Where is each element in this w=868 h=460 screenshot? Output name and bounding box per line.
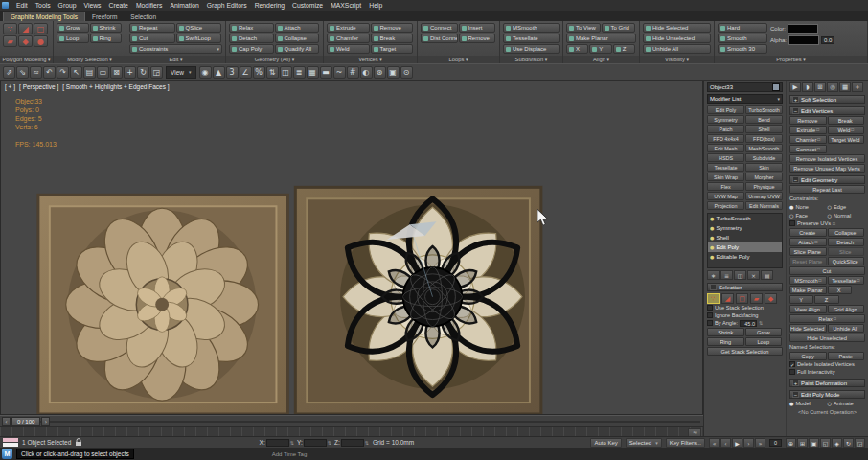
edit-geometry-button[interactable]: Slice Plane	[789, 247, 827, 256]
selection-rollout-header[interactable]: − Selection	[707, 283, 783, 291]
maximize-viewport-icon[interactable]: ◲	[855, 438, 865, 448]
coordinate-field[interactable]: X: ⇅	[260, 439, 294, 447]
pin-stack-icon[interactable]: ∗	[707, 270, 720, 280]
animate-mode-radio[interactable]: ○Animate	[828, 400, 865, 407]
edit-geometry-button[interactable]: View Align	[789, 305, 827, 313]
edge-mode-icon[interactable]: ◢	[18, 23, 33, 34]
ribbon-tab[interactable]: Graphite Modeling Tools	[3, 12, 85, 21]
edit-vertices-button[interactable]: Weld□	[828, 126, 865, 134]
preserve-uvs-checkbox[interactable]: Preserve UVs □	[789, 219, 865, 227]
named-selection-button[interactable]: Copy	[789, 352, 827, 360]
edit-geometry-button[interactable]: Hide Selected	[789, 324, 827, 333]
max-app-badge[interactable]: M	[2, 448, 12, 459]
border-subobject-icon[interactable]: □	[736, 293, 748, 304]
ribbon-button[interactable]: Chamfer	[327, 34, 370, 43]
soft-selection-rollout-header[interactable]: + Soft Selection	[789, 95, 865, 104]
select-object-icon[interactable]: ↖	[70, 66, 82, 79]
time-slider[interactable]: ‹ 0 / 100 ›	[0, 415, 703, 426]
spinner-snap-icon[interactable]: ⇅	[266, 66, 279, 79]
rollout-toggle-icon[interactable]: +	[792, 96, 799, 103]
ribbon-panel-title[interactable]: Visibility	[640, 56, 714, 63]
selection-button[interactable]: Loop	[745, 337, 783, 346]
settings-box-icon[interactable]: □	[814, 240, 817, 244]
select-by-name-icon[interactable]: ▤	[83, 66, 96, 79]
ribbon-button[interactable]: Ring	[90, 34, 123, 43]
modifier-stack-item[interactable]: Editable Poly	[708, 252, 782, 262]
next-frame-nub[interactable]: ›	[41, 417, 50, 426]
modifier-stack-item[interactable]: Symmetry	[708, 223, 782, 233]
modifier-button[interactable]: HSDS	[707, 153, 744, 162]
ribbon-button[interactable]: Smooth 30	[718, 44, 767, 54]
edit-vertices-button[interactable]: Target Weld	[828, 135, 865, 144]
edit-geometry-button[interactable]: Make Planar	[789, 286, 827, 294]
border-mode-icon[interactable]: □	[34, 23, 48, 34]
edit-geometry-button[interactable]: Attach□	[789, 238, 827, 246]
edit-poly-mode-header[interactable]: − Edit Poly Mode	[789, 390, 865, 399]
ribbon-button[interactable]: Quadify All	[275, 44, 320, 54]
object-name-field[interactable]: Object33	[707, 82, 783, 92]
menu-item[interactable]: Create	[105, 2, 132, 9]
curve-editor-icon[interactable]: ~	[333, 66, 346, 79]
zoom-extents-icon[interactable]: ▣	[809, 438, 819, 448]
selection-button[interactable]: Get Stack Selection	[707, 347, 783, 356]
modifier-button[interactable]: FFD 4x4x4	[707, 134, 744, 143]
go-to-end-icon[interactable]: »	[755, 438, 765, 448]
ribbon-button[interactable]: Target	[371, 44, 414, 54]
ribbon-button[interactable]: QSlice	[176, 23, 222, 33]
modifier-stack-item[interactable]: Shell	[708, 233, 782, 242]
rollout-toggle-icon[interactable]: +	[792, 380, 799, 386]
edit-vertices-button[interactable]: Connect□	[789, 145, 827, 153]
ribbon-button[interactable]: Relax	[229, 23, 274, 33]
menu-item[interactable]: Edit	[12, 2, 32, 9]
ribbon-button[interactable]: Cut	[129, 34, 175, 43]
redo-icon[interactable]: ↷	[57, 66, 69, 79]
perspective-viewport[interactable]: [ + ] [ Perspective ] [ Smooth + Highlig…	[0, 80, 703, 415]
ribbon-button[interactable]: Constraints	[129, 44, 222, 54]
ribbon-panel-title[interactable]: Polygon Modeling	[0, 56, 53, 63]
ribbon-toggle-icon[interactable]: ▬	[320, 66, 332, 79]
ribbon-button[interactable]: To Grid	[602, 23, 636, 33]
go-to-start-icon[interactable]: «	[709, 438, 720, 448]
ribbon-button[interactable]: Collapse	[275, 34, 320, 43]
menu-item[interactable]: Help	[365, 2, 386, 9]
settings-box-icon[interactable]: □	[817, 147, 820, 151]
constraint-radio[interactable]: ○Normal	[828, 212, 865, 219]
model-mode-radio[interactable]: ●Model	[789, 400, 827, 407]
ribbon-panel-title[interactable]: Loops	[418, 56, 499, 63]
play-icon[interactable]: ▶	[732, 438, 742, 448]
rendered-frame-icon[interactable]: ▣	[387, 66, 400, 79]
edit-vertices-button[interactable]: Extrude□	[789, 126, 827, 134]
edit-geometry-button[interactable]: QuickSlice	[828, 257, 865, 265]
ribbon-panel-title[interactable]: Align	[563, 56, 639, 63]
ribbon-button[interactable]: Make Planar	[566, 34, 636, 43]
ribbon-button[interactable]: Cap Poly	[229, 44, 274, 54]
maxscript-mini-listener[interactable]	[3, 438, 18, 447]
viewport-scene[interactable]	[1, 81, 702, 414]
modifier-stack-item[interactable]: Edit Poly	[708, 242, 782, 252]
stone-tile-left[interactable]	[38, 195, 287, 414]
edit-geometry-button[interactable]: Relax□	[789, 314, 865, 323]
alpha-swatch[interactable]	[788, 35, 819, 45]
modifier-button[interactable]: Projection	[707, 201, 744, 210]
modifier-button[interactable]: Symmetry	[707, 115, 744, 124]
next-frame-icon[interactable]: ›	[743, 438, 754, 448]
edit-vertices-button[interactable]: Chamfer□	[789, 135, 827, 144]
ribbon-button[interactable]: Use Displace	[503, 44, 560, 54]
render-production-icon[interactable]: ⊙	[400, 66, 413, 79]
ribbon-panel-title[interactable]: Subdivision	[500, 56, 562, 63]
menu-item[interactable]: Animation	[166, 2, 202, 9]
selection-checkbox[interactable]: Ignore Backfacing	[707, 311, 783, 319]
show-end-result-icon[interactable]: ≡	[720, 270, 733, 280]
ribbon-button[interactable]: Shrink	[90, 23, 123, 33]
edit-geometry-button[interactable]: Y	[789, 295, 813, 304]
settings-box-icon[interactable]: □	[819, 278, 822, 283]
modifier-button[interactable]: Tessellate	[707, 163, 744, 172]
ribbon-button[interactable]: Tessellate	[503, 34, 560, 43]
add-time-tag[interactable]: Add Time Tag	[272, 451, 308, 457]
ribbon-button[interactable]: Loop	[57, 34, 89, 43]
ribbon-button[interactable]: Break	[371, 34, 414, 43]
previous-frame-nub[interactable]: ‹	[2, 417, 11, 426]
constraint-radio[interactable]: ●None	[789, 203, 827, 211]
object-color-swatch[interactable]	[772, 83, 780, 91]
listener-row[interactable]	[3, 443, 18, 447]
